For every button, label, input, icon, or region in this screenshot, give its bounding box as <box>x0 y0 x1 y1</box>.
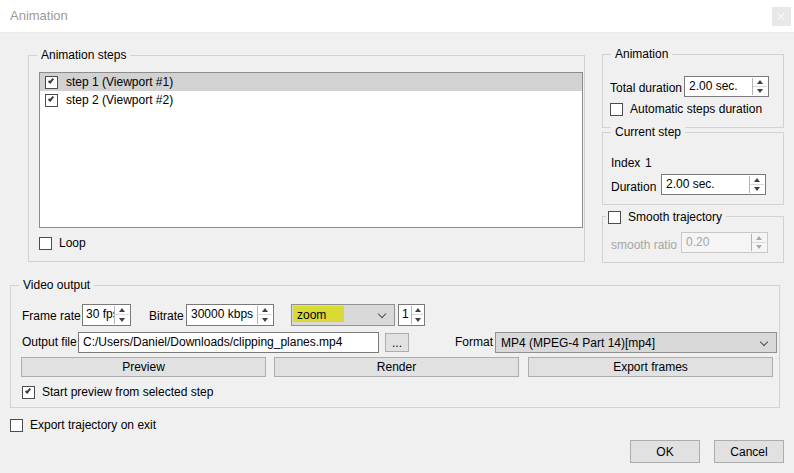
smooth-trajectory-label: Smooth trajectory <box>628 210 722 224</box>
spin-down-button[interactable] <box>753 87 767 96</box>
spin-up-button <box>752 234 766 243</box>
animation-steps-group-label: Animation steps <box>37 48 130 62</box>
current-step-group: Current step Index 1 Duration 2.00 sec. <box>602 132 784 205</box>
spin-up-icon <box>119 308 125 312</box>
smooth-trajectory-group: Smooth trajectory smooth ratio 0.20 <box>602 216 784 263</box>
output-file-input[interactable]: C:/Users/Daniel/Downloads/clipping_plane… <box>78 332 379 353</box>
superres-value[interactable]: 1 <box>399 305 411 325</box>
spin-down-button <box>752 243 766 252</box>
spin-up-icon <box>262 308 268 312</box>
cancel-button[interactable]: Cancel <box>714 440 784 463</box>
chevron-down-icon <box>760 338 768 346</box>
check-icon <box>48 77 54 84</box>
spin-up-button[interactable] <box>750 176 764 185</box>
total-duration-spinner[interactable]: 2.00 sec. <box>684 76 769 97</box>
spin-up-button[interactable] <box>258 306 272 315</box>
bitrate-spinner[interactable]: 30000 kbps <box>186 304 274 326</box>
total-duration-value[interactable]: 2.00 sec. <box>685 77 752 96</box>
spin-down-icon <box>119 318 125 322</box>
smooth-ratio-value: 0.20 <box>682 233 751 252</box>
close-button[interactable] <box>772 7 791 26</box>
frame-rate-label: Frame rate <box>22 309 81 323</box>
animation-step-row[interactable]: step 1 (Viewport #1) <box>40 73 582 91</box>
index-value: 1 <box>645 156 652 170</box>
spin-down-button[interactable] <box>258 315 272 324</box>
duration-label: Duration <box>611 180 656 194</box>
start-preview-label: Start preview from selected step <box>42 385 213 399</box>
dialog-title: Animation <box>10 8 68 23</box>
check-icon <box>25 387 31 394</box>
export-trajectory-label: Export trajectory on exit <box>30 418 156 432</box>
spin-up-icon <box>756 236 762 240</box>
frame-rate-spinner[interactable]: 30 fps <box>82 304 131 326</box>
spin-down-button[interactable] <box>750 185 764 194</box>
smooth-trajectory-checkbox[interactable]: Smooth trajectory <box>606 209 726 225</box>
export-trajectory-checkbox[interactable]: Export trajectory on exit <box>10 418 156 432</box>
spin-up-button[interactable] <box>115 306 129 315</box>
spin-up-button[interactable] <box>412 306 423 315</box>
spin-up-icon <box>754 178 760 182</box>
video-output-group-label: Video output <box>19 278 94 292</box>
spin-up-icon <box>757 80 763 84</box>
step-label: step 1 (Viewport #1) <box>66 75 173 89</box>
spin-up-button[interactable] <box>753 78 767 87</box>
animation-group: Animation Total duration 2.00 sec. Autom… <box>602 54 784 128</box>
smooth-ratio-spinner: 0.20 <box>681 232 768 253</box>
step-label: step 2 (Viewport #2) <box>66 93 173 107</box>
loop-checkbox[interactable]: Loop <box>39 236 86 250</box>
step-checkbox[interactable] <box>45 94 58 107</box>
chevron-down-icon <box>378 310 386 318</box>
automatic-steps-duration-label: Automatic steps duration <box>630 102 762 116</box>
bitrate-value[interactable]: 30000 kbps <box>187 305 257 325</box>
index-label: Index <box>611 156 640 170</box>
spin-down-icon <box>754 187 760 191</box>
video-output-group: Video output Frame rate 30 fps Bitrate 3… <box>10 285 780 408</box>
spin-down-icon <box>756 245 762 249</box>
bitrate-label: Bitrate <box>149 309 184 323</box>
spin-down-icon <box>415 318 421 322</box>
duration-value[interactable]: 2.00 sec. <box>662 175 749 194</box>
codec-value: zoom <box>297 308 326 322</box>
format-value: MP4 (MPEG-4 Part 14)[mp4] <box>501 336 655 350</box>
start-preview-checkbox[interactable]: Start preview from selected step <box>22 385 213 399</box>
animation-group-label: Animation <box>611 47 672 61</box>
superres-spinner[interactable]: 1 <box>398 304 425 326</box>
preview-button[interactable]: Preview <box>21 357 266 377</box>
spin-down-icon <box>262 318 268 322</box>
animation-step-row[interactable]: step 2 (Viewport #2) <box>40 91 582 109</box>
render-button[interactable]: Render <box>274 357 519 377</box>
output-file-label: Output file <box>22 335 77 349</box>
animation-dialog: Animation Animation steps step 1 (Viewpo… <box>0 0 794 473</box>
frame-rate-value[interactable]: 30 fps <box>83 305 114 325</box>
format-combobox[interactable]: MP4 (MPEG-4 Part 14)[mp4] <box>495 332 777 353</box>
ok-button[interactable]: OK <box>630 440 700 463</box>
export-frames-button[interactable]: Export frames <box>528 357 773 377</box>
smooth-ratio-label: smooth ratio <box>611 238 677 252</box>
spin-down-button[interactable] <box>115 315 129 324</box>
spin-down-button[interactable] <box>412 315 423 324</box>
spin-up-icon <box>415 308 421 312</box>
automatic-steps-duration-checkbox[interactable]: Automatic steps duration <box>610 102 762 116</box>
animation-steps-list[interactable]: step 1 (Viewport #1) step 2 (Viewport #2… <box>39 72 583 228</box>
duration-spinner[interactable]: 2.00 sec. <box>661 174 766 195</box>
total-duration-label: Total duration <box>610 81 682 95</box>
check-icon <box>48 95 54 102</box>
animation-steps-group: Animation steps step 1 (Viewport #1) ste… <box>28 55 585 262</box>
format-label: Format <box>455 335 493 349</box>
current-step-group-label: Current step <box>611 125 685 139</box>
codec-combobox[interactable]: zoom <box>291 304 395 326</box>
loop-label: Loop <box>59 236 86 250</box>
title-bar: Animation <box>0 0 794 33</box>
browse-button[interactable]: ... <box>385 333 409 352</box>
spin-down-icon <box>757 89 763 93</box>
step-checkbox[interactable] <box>45 76 58 89</box>
